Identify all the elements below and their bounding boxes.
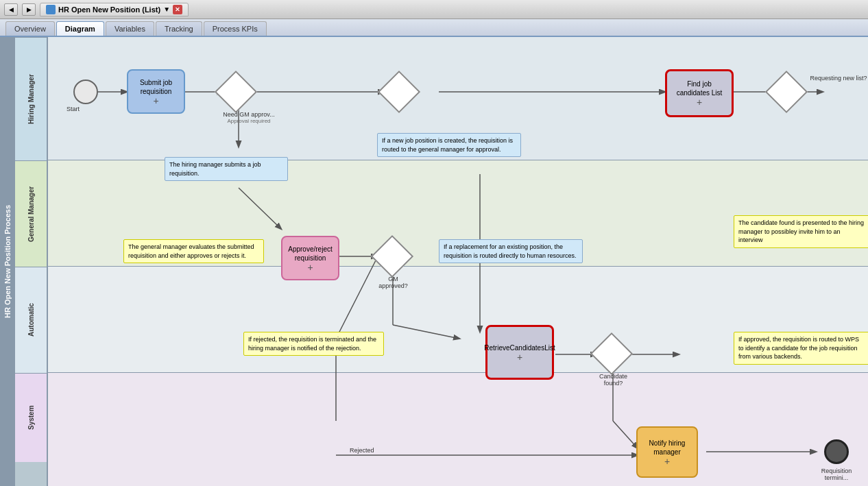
nav-forward-button[interactable]: ▶ — [22, 3, 36, 16]
end-label: Requisition termini... — [812, 467, 860, 481]
approve-reject-label: Approve/reject requisition — [287, 245, 334, 263]
process-icon — [46, 5, 56, 14]
find-candidates-node[interactable]: Find job candidates List + — [665, 69, 734, 117]
annotation-if-new-position: If a new job position is created, the re… — [377, 133, 521, 157]
window-title: HR Open New Position (List) — [58, 5, 160, 14]
window-title-area: HR Open New Position (List) ▼ ✕ — [40, 3, 189, 16]
gateway-need-gm — [221, 77, 251, 107]
annotation-if-replacement: If a replacement for an existing positio… — [439, 239, 583, 263]
lane-label-auto: Automatic — [15, 267, 47, 373]
find-candidates-label: Find job candidates List — [671, 80, 727, 97]
gateway-gm-approved — [377, 241, 407, 271]
lane-bg-system — [48, 373, 868, 486]
approve-reject-plus: + — [307, 263, 313, 272]
retrieve-candidates-node[interactable]: RetrieveCandidatesList + — [485, 325, 554, 380]
diagram-content: Start Submit job requisition + Need GM a… — [48, 37, 868, 486]
approval-required-label: Approval required — [221, 118, 276, 124]
lane-label-system: System — [15, 373, 47, 462]
window-close-button[interactable]: ✕ — [173, 5, 182, 14]
candidate-found-label: Candidate found? — [594, 373, 632, 387]
tab-diagram[interactable]: Diagram — [56, 21, 104, 36]
window-dropdown-button[interactable]: ▼ — [163, 5, 170, 13]
tab-variables[interactable]: Variables — [106, 21, 154, 36]
gateway-candidate-found — [596, 339, 627, 369]
process-title-label: HR Open New Position Process — [0, 37, 15, 486]
submit-job-label: Submit job requisition — [132, 78, 180, 96]
submit-job-node[interactable]: Submit job requisition + — [127, 69, 185, 114]
diagram-area: HR Open New Position Process Hiring Mana… — [0, 37, 868, 486]
gateway-new-position — [384, 77, 414, 107]
annotation-if-approved: If approved, the requisition is routed t… — [734, 332, 868, 365]
nav-back-button[interactable]: ◀ — [4, 3, 18, 16]
retrieve-candidates-label: RetrieveCandidatesList — [484, 343, 555, 352]
left-label-strip: HR Open New Position Process Hiring Mana… — [0, 37, 48, 486]
tab-overview[interactable]: Overview — [5, 21, 55, 36]
lane-label-hiring: Hiring Manager — [15, 37, 47, 160]
submit-job-plus: + — [153, 96, 158, 106]
window-chrome: ◀ ▶ HR Open New Position (List) ▼ ✕ — [0, 0, 868, 19]
find-candidates-plus: + — [697, 97, 702, 107]
annotation-if-rejected: If rejected, the requisition is terminat… — [243, 332, 384, 356]
notify-manager-node[interactable]: Notify hiring manager + — [636, 426, 698, 478]
annotation-gm-evaluates: The general manager evaluates the submit… — [123, 239, 264, 263]
need-gm-label: Need GM approv... Approval required — [221, 111, 276, 124]
gm-approved-label: GM approved? — [374, 276, 412, 289]
start-node — [73, 80, 98, 104]
retrieve-candidates-plus: + — [517, 352, 522, 362]
requesting-new-label: Requesting new list? — [808, 75, 868, 82]
tab-tracking[interactable]: Tracking — [156, 21, 202, 36]
lane-label-gm: General Manager — [15, 160, 47, 267]
gateway-find-right — [771, 77, 801, 107]
swimlane-container: HR Open New Position Process Hiring Mana… — [0, 37, 868, 486]
start-label: Start — [67, 106, 80, 112]
rejected-label: Rejected — [350, 447, 374, 454]
end-node — [824, 439, 849, 464]
approve-reject-node[interactable]: Approve/reject requisition + — [281, 236, 339, 280]
annotation-hiring-submits: The hiring manager submits a job requisi… — [165, 157, 288, 181]
annotation-candidate-presented: The candidate found is presented to the … — [734, 215, 868, 248]
tab-bar: Overview Diagram Variables Tracking Proc… — [0, 19, 868, 37]
tab-process-kpis[interactable]: Process KPIs — [204, 21, 267, 36]
notify-manager-label: Notify hiring manager — [642, 439, 692, 457]
notify-manager-plus: + — [664, 457, 670, 466]
lanes-labels: Hiring Manager General Manager Automatic… — [15, 37, 47, 486]
